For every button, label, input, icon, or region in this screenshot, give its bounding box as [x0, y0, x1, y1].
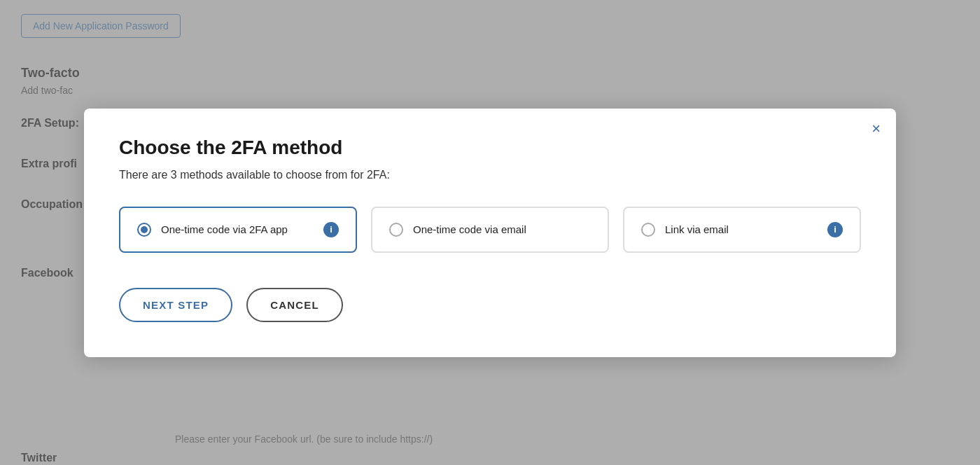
- radio-email-code: [389, 223, 403, 237]
- option-app-label: One-time code via 2FA app: [161, 223, 314, 235]
- modal-overlay: × Choose the 2FA method There are 3 meth…: [0, 0, 980, 465]
- modal-dialog: × Choose the 2FA method There are 3 meth…: [84, 109, 896, 357]
- options-row: One-time code via 2FA app i One-time cod…: [119, 207, 861, 253]
- info-badge-app[interactable]: i: [323, 222, 339, 237]
- radio-app: [137, 223, 151, 237]
- modal-title: Choose the 2FA method: [119, 137, 861, 159]
- modal-close-button[interactable]: ×: [872, 121, 881, 137]
- option-app-card[interactable]: One-time code via 2FA app i: [119, 207, 357, 253]
- radio-email-link: [641, 223, 655, 237]
- info-badge-link[interactable]: i: [827, 222, 843, 237]
- option-email-link-label: Link via email: [665, 223, 818, 235]
- cancel-button[interactable]: CANCEL: [246, 288, 343, 322]
- option-email-link-card[interactable]: Link via email i: [623, 207, 861, 253]
- modal-subtitle: There are 3 methods available to choose …: [119, 169, 861, 181]
- radio-app-inner: [141, 226, 148, 233]
- option-email-code-label: One-time code via email: [413, 223, 591, 235]
- buttons-row: NEXT STEP CANCEL: [119, 288, 861, 322]
- next-step-button[interactable]: NEXT STEP: [119, 288, 232, 322]
- option-email-code-card[interactable]: One-time code via email: [371, 207, 609, 253]
